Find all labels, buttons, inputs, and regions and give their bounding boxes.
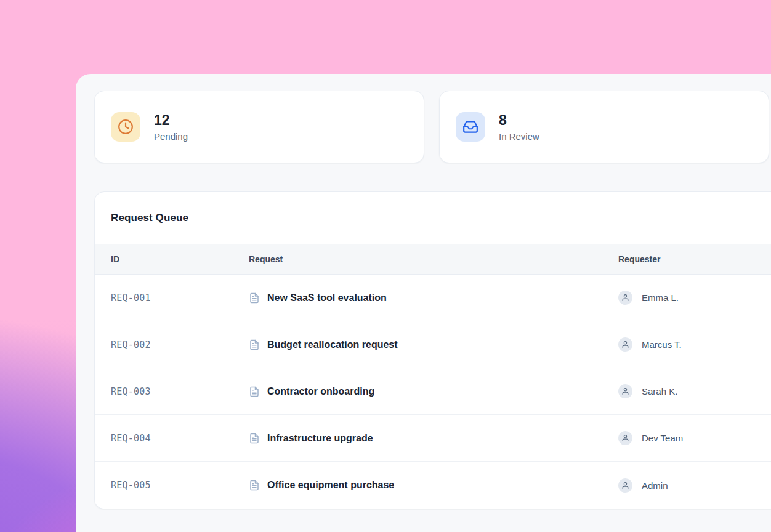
request-title: Contractor onboarding <box>267 386 374 397</box>
requester-name: Dev Team <box>642 433 683 443</box>
request-id: REQ-004 <box>111 433 249 444</box>
requester-cell: Marcus T. <box>618 337 771 352</box>
stat-card-in-review: 8 In Review <box>439 91 769 163</box>
requester-cell: Dev Team <box>618 431 771 445</box>
request-cell: Infrastructure upgrade <box>249 433 618 444</box>
requester-cell: Emma L. <box>618 291 771 305</box>
request-title: New SaaS tool evaluation <box>267 292 387 304</box>
requester-cell: Sarah K. <box>618 384 771 398</box>
requester-name: Marcus T. <box>642 339 682 350</box>
request-id: REQ-002 <box>111 339 249 350</box>
request-title: Office equipment purchase <box>267 480 394 491</box>
request-cell: Office equipment purchase <box>249 480 618 491</box>
user-avatar-icon <box>618 431 632 445</box>
in-review-count: 8 <box>499 112 539 128</box>
requester-cell: Admin <box>618 478 771 493</box>
document-icon <box>249 480 260 491</box>
request-cell: Contractor onboarding <box>249 386 618 397</box>
stat-text: 12 Pending <box>154 112 188 141</box>
table-row[interactable]: REQ-005 Office equipment purchase <box>95 462 771 509</box>
main-panel: 12 Pending 8 In Review Request Queue ID … <box>76 74 771 532</box>
request-queue-header: Request Queue <box>95 192 771 244</box>
user-avatar-icon <box>618 478 632 493</box>
request-cell: Budget reallocation request <box>249 339 618 350</box>
table-row[interactable]: REQ-002 Budget reallocation request <box>95 321 771 368</box>
inbox-icon <box>456 112 485 142</box>
pending-count: 12 <box>154 112 188 128</box>
stats-row: 12 Pending 8 In Review <box>94 91 771 163</box>
request-title: Budget reallocation request <box>267 339 398 350</box>
request-queue-title: Request Queue <box>111 212 188 224</box>
user-avatar-icon <box>618 337 632 352</box>
stat-card-pending: 12 Pending <box>94 91 424 163</box>
request-queue-card: Request Queue ID Request Requester REQ-0… <box>94 191 771 509</box>
table-header-row: ID Request Requester <box>95 244 771 275</box>
request-cell: New SaaS tool evaluation <box>249 292 618 304</box>
requester-name: Emma L. <box>642 292 679 303</box>
stat-text: 8 In Review <box>499 112 539 141</box>
clock-icon <box>111 112 140 142</box>
column-header-id: ID <box>111 254 249 264</box>
table-row[interactable]: REQ-004 Infrastructure upgrade D <box>95 415 771 462</box>
user-avatar-icon <box>618 291 632 305</box>
request-title: Infrastructure upgrade <box>267 433 373 444</box>
document-icon <box>249 339 260 350</box>
table-row[interactable]: REQ-003 Contractor onboarding Sa <box>95 368 771 415</box>
request-id: REQ-003 <box>111 386 249 397</box>
column-header-requester: Requester <box>618 254 771 264</box>
table-body: REQ-001 New SaaS tool evaluation <box>95 275 771 509</box>
document-icon <box>249 433 260 444</box>
pending-label: Pending <box>154 131 188 142</box>
request-id: REQ-005 <box>111 480 249 491</box>
document-icon <box>249 292 260 304</box>
in-review-label: In Review <box>499 131 539 142</box>
table-row[interactable]: REQ-001 New SaaS tool evaluation <box>95 275 771 321</box>
user-avatar-icon <box>618 384 632 398</box>
document-icon <box>249 386 260 397</box>
request-id: REQ-001 <box>111 292 249 304</box>
requester-name: Admin <box>642 480 668 491</box>
requester-name: Sarah K. <box>642 386 677 397</box>
column-header-request: Request <box>249 254 618 264</box>
